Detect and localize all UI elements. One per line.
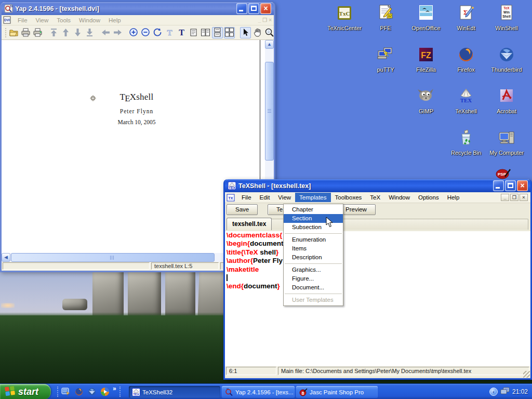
desktop-icon-openoffice[interactable]: OpenOffice [406, 4, 446, 31]
yap-menu-window[interactable]: Window [75, 16, 104, 24]
menu-item-document[interactable]: Document... [284, 283, 343, 292]
scroll-thumb[interactable] [11, 253, 215, 262]
desktop-icon-label: FileZilla [406, 66, 446, 73]
text-render-icon[interactable]: T [176, 27, 187, 38]
texshell-menu-window[interactable]: Window [384, 193, 414, 202]
mdi-restore-button[interactable]: ❐ [510, 194, 518, 201]
desktop-icon-pfe[interactable]: 32PFE [366, 4, 405, 31]
save-button[interactable]: Save [227, 204, 258, 215]
mdi-close-icon[interactable]: × [269, 17, 272, 23]
texshell-menu-templates[interactable]: Templates [295, 193, 330, 202]
scroll-left-button[interactable]: ◀ [2, 253, 10, 262]
taskbar-button-yap[interactable]: Yap 2.4.1596 - [texs... [222, 386, 295, 398]
texshell-menu-view[interactable]: View [274, 193, 295, 202]
menu-item-items[interactable]: Items [284, 244, 343, 253]
yap-menu-help[interactable]: Help [104, 16, 125, 24]
view-single-icon[interactable] [188, 27, 199, 38]
menu-item-figure[interactable]: Figure... [284, 274, 343, 283]
view-facing-icon[interactable] [200, 27, 211, 38]
tool-magnifier-icon[interactable] [264, 27, 275, 38]
taskbar-button-texshell[interactable]: TEXTeXShell32 [129, 386, 220, 398]
taskbar-button-psp[interactable]: 8Jasc Paint Shop Pro [296, 386, 378, 398]
yap-menu-view[interactable]: View [32, 16, 53, 24]
yap-minimize-button[interactable] [236, 3, 247, 14]
first-page-icon[interactable] [48, 27, 59, 38]
desktop-icon-gimp[interactable]: GIMP [406, 87, 446, 114]
texshell-minimize-button[interactable] [493, 180, 504, 191]
firefox-ql-icon[interactable] [74, 387, 84, 396]
desktop-icon-filezilla[interactable]: FZFileZilla [406, 46, 446, 73]
mdi-close-button[interactable]: × [520, 194, 528, 201]
media-player-icon[interactable] [100, 387, 110, 396]
tab-texshell-tex[interactable]: texshell.tex [227, 218, 272, 230]
texshell-menu-help[interactable]: Help [443, 193, 464, 202]
open-icon[interactable] [8, 27, 19, 38]
texshell-titlebar[interactable]: TEX TeXShell - [texshell.tex] × [225, 179, 530, 192]
tool-select-icon[interactable] [240, 27, 251, 38]
editor[interactable]: \documentclass{\begin{document}\title{\T… [225, 231, 530, 366]
texshell-menu-tex[interactable]: TeX [366, 193, 384, 202]
texshell-menu-file[interactable]: File [237, 193, 256, 202]
menu-item-subsection[interactable]: Subsection [284, 223, 343, 232]
thunderbird-ql-icon[interactable] [87, 387, 97, 396]
start-button[interactable]: start [0, 384, 51, 399]
hide-tray-icons-chevron[interactable]: ‹ [489, 388, 498, 396]
desktop-icon-winedt[interactable]: ΣWinEdt [446, 4, 486, 31]
scroll-up-button[interactable]: ▲ [265, 40, 274, 49]
desktop-icon-winshell[interactable]: TeXWinShellWinShell [487, 4, 526, 31]
svg-text:TeX: TeX [503, 6, 510, 10]
menu-item-enumeration[interactable]: Enumeration [284, 235, 343, 244]
page-up-icon[interactable] [60, 27, 71, 38]
desktop-icon-texshell[interactable]: TEXTeXshell [446, 87, 486, 114]
refresh-icon[interactable] [152, 27, 163, 38]
desktop-icon-mycomputer[interactable]: My Computer [487, 129, 526, 156]
display-settings-tray-icon[interactable] [500, 387, 510, 397]
texshell-menu-edit[interactable]: Edit [256, 193, 274, 202]
tool-hand-icon[interactable] [252, 27, 263, 38]
desktop-icon-thunderbird[interactable]: Thunderbird [487, 46, 526, 73]
print-page-icon[interactable] [32, 27, 43, 38]
yap-menu-tools[interactable]: Tools [52, 16, 75, 24]
desktop-icon-recyclebin[interactable]: Recycle Bin [446, 129, 486, 156]
zoom-out-icon[interactable] [140, 27, 151, 38]
mdi-minimize-icon[interactable]: _ [258, 17, 261, 23]
scroll-thumb[interactable] [265, 62, 274, 161]
mdi-minimize-button[interactable]: _ [501, 194, 509, 201]
task-area-grip[interactable] [119, 387, 121, 397]
toolbar-grip[interactable] [5, 28, 6, 37]
menu-item-graphics[interactable]: Graphics... [284, 265, 343, 274]
yap-maximize-button[interactable] [248, 3, 259, 14]
yap-close-button[interactable]: × [260, 3, 271, 14]
svg-text:DVI: DVI [4, 18, 10, 22]
yap-menu-file[interactable]: File [14, 16, 32, 24]
menu-item-section[interactable]: Section [284, 214, 343, 223]
show-desktop-icon[interactable] [61, 387, 71, 396]
quick-launch-grip[interactable] [57, 387, 58, 397]
desktop-icon-label: TeXnicCenter [325, 25, 364, 31]
menu-item-description[interactable]: Description [284, 253, 343, 262]
zoom-in-icon[interactable] [128, 27, 139, 38]
yap-titlebar[interactable]: DVI Yap 2.4.1596 - [texshell.dvi] × [2, 2, 274, 15]
texshell-menu-toolboxes[interactable]: Toolboxes [331, 193, 366, 202]
page-down-icon[interactable] [72, 27, 83, 38]
quick-launch-overflow-chevron[interactable]: » [113, 385, 116, 392]
texshell-close-button[interactable]: × [517, 180, 528, 191]
texshell-menu-options[interactable]: Options [414, 193, 443, 202]
resize-grip[interactable] [523, 371, 530, 378]
desktop-icon-firefox[interactable]: Firefox [446, 46, 486, 73]
desktop-icon-texniccenter[interactable]: TxCTeXnicCenter [325, 4, 364, 31]
view-continuous-icon[interactable] [212, 27, 223, 38]
forward-icon[interactable] [112, 27, 123, 38]
mdi-restore-icon[interactable]: ❐ [262, 17, 267, 23]
menu-item-chapter[interactable]: Chapter [284, 205, 343, 214]
back-icon[interactable] [100, 27, 111, 38]
desktop-icon-putty[interactable]: puTTY [366, 46, 405, 73]
texshell-app-icon: TEX [228, 181, 236, 190]
last-page-icon[interactable] [84, 27, 95, 38]
texshell-maximize-button[interactable] [505, 180, 516, 191]
print-icon[interactable] [20, 27, 31, 38]
desktop-icon-acrobat[interactable]: Acrobat [487, 87, 526, 114]
text-outline-icon[interactable]: T [164, 27, 175, 38]
view-continuous-facing-icon[interactable] [224, 27, 235, 38]
thunderbird-icon [498, 46, 515, 63]
